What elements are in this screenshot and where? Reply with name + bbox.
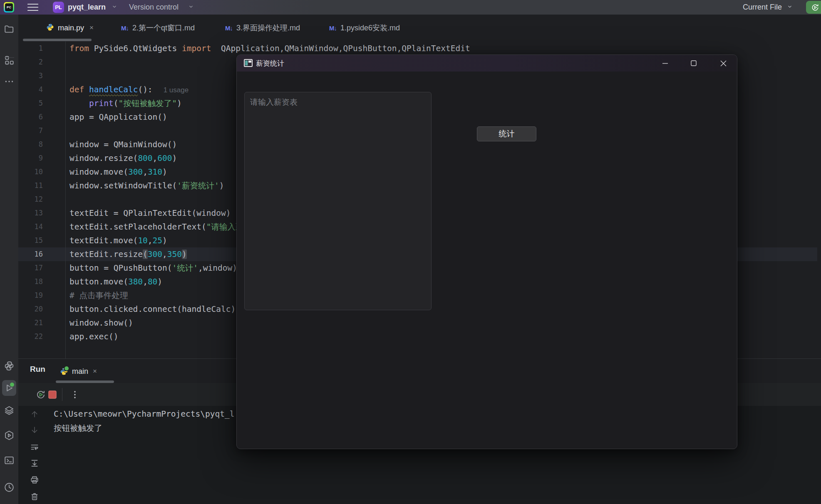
line-number[interactable]: 14 <box>18 220 43 234</box>
code-text: textEdit = QPlainTextEdit(window) <box>69 206 231 220</box>
run-tab-main[interactable]: main × <box>60 362 97 380</box>
line-number[interactable]: 19 <box>18 289 43 302</box>
more-options-kebab-icon[interactable] <box>70 390 80 400</box>
line-number[interactable]: 8 <box>18 138 43 151</box>
project-avatar[interactable]: PL <box>53 2 64 13</box>
code-text: def handleCalc():1 usage <box>69 83 189 97</box>
pycharm-logo: PC <box>4 2 14 12</box>
clock-icon[interactable] <box>4 482 15 493</box>
code-text: button = QPushButton('统计',window) <box>69 261 237 275</box>
trash-icon[interactable] <box>30 492 40 502</box>
code-text: app = QApplication() <box>69 110 167 124</box>
line-number[interactable]: 20 <box>18 302 43 316</box>
running-indicator-dot <box>9 382 15 388</box>
code-text: button.clicked.connect(handleCalc) <box>69 302 236 316</box>
line-number[interactable]: 16 <box>18 247 43 261</box>
printer-icon[interactable] <box>30 475 40 485</box>
salary-text-edit[interactable] <box>244 92 432 310</box>
line-number[interactable]: 6 <box>18 110 43 124</box>
line-number[interactable]: 4 <box>18 83 43 96</box>
editor-tab-1[interactable]: main.py× <box>41 15 99 41</box>
code-text: button.move(380,80) <box>69 275 162 289</box>
close-button[interactable] <box>709 55 737 72</box>
line-number[interactable]: 2 <box>18 55 43 69</box>
stop-icon[interactable] <box>48 390 57 399</box>
folder-icon[interactable] <box>4 24 15 35</box>
plugins-icon[interactable] <box>4 55 15 66</box>
line-number[interactable]: 21 <box>18 316 43 330</box>
line-number[interactable]: 12 <box>18 193 43 206</box>
services-layers-icon[interactable] <box>4 405 15 416</box>
tab-label: 3.界面操作处理.md <box>236 23 300 33</box>
hamburger-menu-icon[interactable] <box>27 3 38 11</box>
terminal-icon[interactable] <box>4 455 15 466</box>
markdown-icon: M↓ <box>225 25 233 32</box>
line-number[interactable]: 3 <box>18 69 43 83</box>
qt-dialog-salary-statistics: 薪资统计 统计 <box>236 54 737 449</box>
tab-label: 1.pyside6安装.md <box>340 23 400 33</box>
version-control-menu[interactable]: Version control <box>129 3 179 12</box>
code-text: window.show() <box>69 316 133 330</box>
chevron-down-icon <box>112 4 117 11</box>
line-number[interactable]: 13 <box>18 206 43 220</box>
gutter-divider <box>65 42 66 358</box>
editor-tab-3[interactable]: M↓3.界面操作处理.md <box>220 15 305 41</box>
line-number[interactable]: 1 <box>18 42 43 55</box>
usage-hint[interactable]: 1 usage <box>164 86 189 94</box>
pycharm-window: { "header": { "logo_text": "PC", "projec… <box>0 0 821 504</box>
pycharm-logo-text: PC <box>5 3 13 11</box>
editor-tab-4[interactable]: M↓1.pyside6安装.md <box>324 15 405 41</box>
chevron-down-icon <box>188 4 194 11</box>
code-text: window.resize(800,600) <box>69 151 177 165</box>
line-number[interactable]: 9 <box>18 151 43 165</box>
run-icon[interactable] <box>4 383 15 393</box>
code-text: window.move(300,310) <box>69 165 167 179</box>
code-text: # 点击事件处理 <box>69 289 128 302</box>
code-text: app.exec() <box>69 330 118 343</box>
soft-wrap-icon[interactable] <box>30 443 40 452</box>
line-number[interactable]: 18 <box>18 275 43 289</box>
close-icon[interactable]: × <box>89 24 94 32</box>
run-tab-label: main <box>72 367 88 376</box>
maximize-button[interactable] <box>680 55 707 72</box>
code-text: window = QMainWindow() <box>69 138 177 151</box>
line-number[interactable]: 15 <box>18 234 43 247</box>
rerun-icon[interactable] <box>36 390 46 400</box>
arrow-down-icon[interactable] <box>30 425 40 435</box>
console-line: 按钮被触发了 <box>54 421 102 435</box>
toolbar-divider <box>62 388 62 401</box>
python-packages-icon[interactable] <box>4 361 15 371</box>
line-number[interactable]: 22 <box>18 330 43 343</box>
running-indicator-dot <box>64 366 69 371</box>
arrow-up-icon[interactable] <box>30 410 40 419</box>
close-icon[interactable]: × <box>93 367 97 376</box>
markdown-icon: M↓ <box>329 25 337 32</box>
window-icon <box>244 59 253 67</box>
code-line-1[interactable]: 1from PySide6.QtWidgets import QApplicat… <box>18 42 817 55</box>
more-icon[interactable] <box>4 76 15 87</box>
line-number[interactable]: 5 <box>18 96 43 110</box>
statistics-button[interactable]: 统计 <box>477 126 536 141</box>
chevron-down-icon <box>787 4 793 11</box>
line-number[interactable]: 10 <box>18 165 43 179</box>
line-number[interactable]: 11 <box>18 179 43 193</box>
line-number[interactable]: 17 <box>18 261 43 275</box>
editor-tab-bar: main.py×M↓2.第一个qt窗口.mdM↓3.界面操作处理.mdM↓1.p… <box>18 15 821 42</box>
minimize-button[interactable] <box>651 55 679 72</box>
code-text: textEdit.resize(300,350) <box>69 247 187 261</box>
editor-tab-2[interactable]: M↓2.第一个qt窗口.md <box>116 15 200 41</box>
line-number[interactable]: 7 <box>18 124 43 138</box>
dialog-title-bar[interactable]: 薪资统计 <box>237 55 737 72</box>
main-toolbar: PC PL pyqt_learn Version control Current… <box>0 0 821 15</box>
scroll-to-end-icon[interactable] <box>30 459 40 468</box>
services-play-icon[interactable] <box>4 430 15 441</box>
tab-label: 2.第一个qt窗口.md <box>132 23 195 33</box>
rerun-button[interactable] <box>806 1 821 14</box>
code-text: from PySide6.QtWidgets import QApplicati… <box>69 42 470 55</box>
run-configuration-selector[interactable]: Current File <box>743 3 782 12</box>
project-name[interactable]: pyqt_learn <box>68 3 106 12</box>
code-text: print("按钮被触发了") <box>69 96 182 110</box>
code-text: textEdit.move(10,25) <box>69 234 167 247</box>
python-icon <box>60 367 68 376</box>
tab-label: main.py <box>58 24 84 32</box>
